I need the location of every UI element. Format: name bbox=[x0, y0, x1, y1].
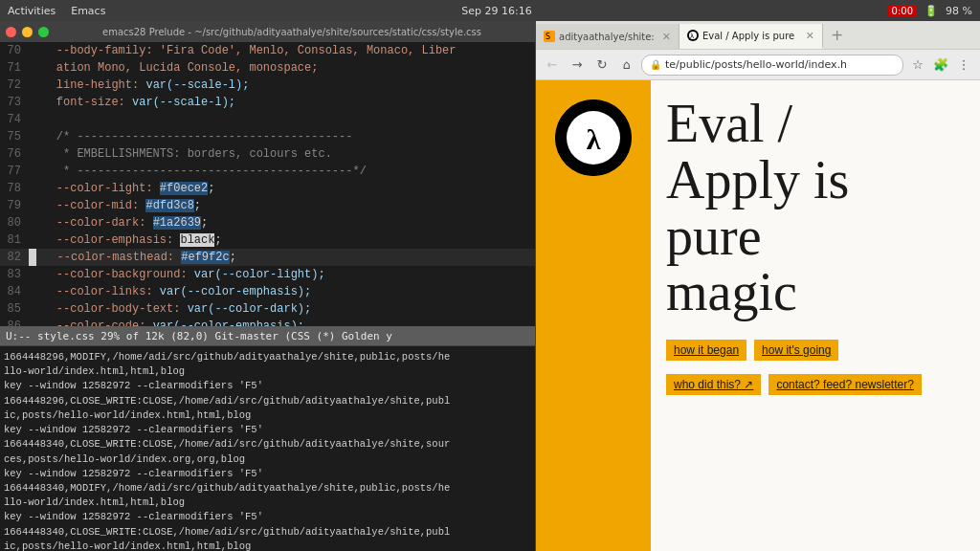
browser-tab-1[interactable]: S adityaathalye/shite: The... ✕ bbox=[536, 24, 679, 49]
emacs-titlebar: emacs28 Prelude - ~/src/github/adityaath… bbox=[0, 21, 535, 42]
home-button[interactable]: ⌂ bbox=[616, 55, 637, 76]
activities-label[interactable]: Activities bbox=[8, 5, 56, 17]
main-area: emacs28 Prelude - ~/src/github/adityaath… bbox=[0, 21, 980, 551]
code-line: 70 --body-family: 'Fira Code', Menlo, Co… bbox=[0, 42, 535, 59]
battery-icon: 🔋 bbox=[924, 5, 938, 17]
svg-text:λ: λ bbox=[587, 123, 601, 155]
term-line: 1664448296,MODIFY,/home/adi/src/github/a… bbox=[4, 350, 531, 364]
maximize-button[interactable] bbox=[38, 27, 49, 37]
site-main: Eval /Apply ispuremagic how it began how… bbox=[651, 80, 980, 551]
site-sidebar: λ bbox=[536, 80, 651, 551]
emacs-window: emacs28 Prelude - ~/src/github/adityaath… bbox=[0, 21, 536, 551]
code-line: 77 * -----------------------------------… bbox=[0, 163, 535, 180]
code-line-current: 82 --color-masthead: #ef9f2c; bbox=[0, 249, 535, 266]
battery-pct: 98 % bbox=[946, 5, 972, 17]
how-its-going-link[interactable]: how it's going bbox=[754, 340, 838, 361]
extensions-button[interactable]: 🧩 bbox=[930, 55, 951, 76]
tab-label-1: adityaathalye/shite: The... bbox=[559, 32, 655, 42]
close-button[interactable] bbox=[6, 27, 16, 37]
code-line: 74 bbox=[0, 111, 535, 128]
minimize-button[interactable] bbox=[22, 27, 33, 37]
code-line: 83 --color-background: var(--color-light… bbox=[0, 266, 535, 283]
forward-button[interactable]: → bbox=[567, 55, 588, 76]
browser-tab-2[interactable]: λ Eval / Apply is pure magic ✕ bbox=[679, 24, 823, 49]
battery-time: 0:00 bbox=[888, 5, 917, 17]
emacs-editor[interactable]: 70 --body-family: 'Fira Code', Menlo, Co… bbox=[0, 42, 535, 551]
term-line: ic,posts/hello-world/index.html,html,blo… bbox=[4, 540, 531, 551]
site-links-row-2: who did this? ↗ contact? feed? newslette… bbox=[666, 374, 922, 395]
terminal-area[interactable]: 1664448296,MODIFY,/home/adi/src/github/a… bbox=[0, 345, 535, 551]
browser-content: λ Eval /Apply ispuremagic how it began h… bbox=[536, 80, 980, 551]
tab-label-2: Eval / Apply is pure magic bbox=[702, 31, 798, 41]
system-bar: Activities Emacs Sep 29 16:16 0:00 🔋 98 … bbox=[0, 0, 980, 21]
system-bar-left: Activities Emacs bbox=[8, 5, 105, 17]
browser-tabs: S adityaathalye/shite: The... ✕ λ Eval /… bbox=[536, 21, 980, 50]
tab-close-1[interactable]: ✕ bbox=[662, 31, 671, 43]
svg-text:λ: λ bbox=[690, 33, 694, 40]
browser-toolbar: ← → ↻ ⌂ 🔒 te/public/posts/hello-world/in… bbox=[536, 50, 980, 80]
code-line: 80 --color-dark: #1a2639; bbox=[0, 214, 535, 231]
contact-feed-link[interactable]: contact? feed? newsletter? bbox=[768, 374, 921, 395]
term-line: key --window 12582972 --clearmodifiers '… bbox=[4, 423, 531, 437]
code-line: 71 ation Mono, Lucida Console, monospace… bbox=[0, 59, 535, 77]
code-line: 78 --color-light: #f0ece2; bbox=[0, 180, 535, 197]
browser-window: S adityaathalye/shite: The... ✕ λ Eval /… bbox=[536, 21, 980, 551]
code-lines: 70 --body-family: 'Fira Code', Menlo, Co… bbox=[0, 42, 535, 326]
site-links-row-1: how it began how it's going bbox=[666, 340, 838, 361]
code-line: 75 /* ----------------------------------… bbox=[0, 128, 535, 145]
who-did-this-link[interactable]: who did this? ↗ bbox=[666, 374, 761, 395]
code-line: 73 font-size: var(--scale-l); bbox=[0, 94, 535, 111]
reload-button[interactable]: ↻ bbox=[591, 55, 612, 76]
code-line: 85 --color-body-text: var(--color-dark); bbox=[0, 300, 535, 318]
term-line: key --window 12582972 --clearmodifiers '… bbox=[4, 510, 531, 524]
menu-button[interactable]: ⋮ bbox=[953, 55, 974, 76]
new-tab-button[interactable]: + bbox=[823, 26, 851, 44]
term-line: 1664448296,CLOSE_WRITE:CLOSE,/home/adi/s… bbox=[4, 394, 531, 408]
svg-text:S: S bbox=[546, 33, 550, 41]
tab-favicon-1: S bbox=[544, 31, 555, 42]
toolbar-actions: ☆ 🧩 ⋮ bbox=[907, 55, 974, 76]
app-name-label[interactable]: Emacs bbox=[71, 5, 105, 17]
term-line: llo-world/index.html,html,blog bbox=[4, 364, 531, 379]
back-button[interactable]: ← bbox=[542, 55, 563, 76]
code-line: 72 line-height: var(--scale-l); bbox=[0, 77, 535, 94]
code-line: 81 --color-emphasis: black; bbox=[0, 231, 535, 249]
term-line: key --window 12582972 --clearmodifiers '… bbox=[4, 379, 531, 393]
emacs-status-text: U:-- style.css 29% of 12k (82,0) Git-mas… bbox=[6, 330, 392, 342]
emacs-title: emacs28 Prelude - ~/src/github/adityaath… bbox=[55, 27, 529, 37]
site-links: how it began how it's going who did this… bbox=[666, 340, 965, 395]
term-line: 1664448340,CLOSE_WRITE:CLOSE,/home/adi/s… bbox=[4, 437, 531, 452]
code-line: 84 --color-links: var(--color-emphasis); bbox=[0, 283, 535, 300]
url-text: te/public/posts/hello-world/index.h bbox=[665, 58, 847, 71]
how-it-began-link[interactable]: how it began bbox=[666, 340, 746, 361]
term-line: llo-world/index.html,html,blog bbox=[4, 496, 531, 510]
emacs-status-bar: U:-- style.css 29% of 12k (82,0) Git-mas… bbox=[0, 326, 535, 345]
code-line: 79 --color-mid: #dfd3c8; bbox=[0, 197, 535, 214]
term-line: 1664448340,MODIFY,/home/adi/src/github/a… bbox=[4, 481, 531, 496]
site-logo: λ bbox=[555, 99, 632, 176]
system-bar-right: 0:00 🔋 98 % bbox=[888, 5, 972, 17]
bookmark-button[interactable]: ☆ bbox=[907, 55, 928, 76]
tab-close-2[interactable]: ✕ bbox=[806, 30, 814, 42]
tab-favicon-2: λ bbox=[687, 30, 699, 41]
site-title: Eval /Apply ispuremagic bbox=[666, 96, 965, 320]
term-line: ic,posts/hello-world/index.html,html,blo… bbox=[4, 408, 531, 423]
term-line: key --window 12582972 --clearmodifiers '… bbox=[4, 467, 531, 481]
term-line: 1664448340,CLOSE_WRITE:CLOSE,/home/adi/s… bbox=[4, 525, 531, 540]
code-line: 86 --color-code: var(--color-emphasis); bbox=[0, 318, 535, 326]
url-bar[interactable]: 🔒 te/public/posts/hello-world/index.h bbox=[641, 55, 903, 76]
term-line: ces,posts/hello-world/index.org,org,blog bbox=[4, 452, 531, 467]
lock-icon: 🔒 bbox=[650, 59, 661, 70]
datetime-label: Sep 29 16:16 bbox=[461, 5, 531, 17]
code-line: 76 * EMBELLISHMENTS: borders, colours et… bbox=[0, 145, 535, 163]
